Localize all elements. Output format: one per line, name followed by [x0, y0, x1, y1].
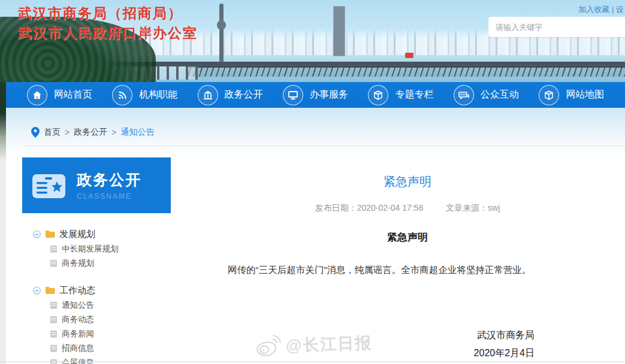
- sidebar-item-label: 招商信息: [62, 343, 94, 354]
- sidebar-item-label: 通知公告: [62, 300, 94, 311]
- sidebar-group-work-updates: 工作动态 通知公告 商务动态 商务新闻 招商信息: [33, 283, 171, 364]
- collapse-icon[interactable]: [33, 287, 41, 295]
- publish-date: 发布日期：2020-02-04 17:58: [315, 203, 424, 213]
- nav-item-home[interactable]: 网站首页: [27, 85, 92, 105]
- weibo-icon: [254, 333, 282, 360]
- folder-icon: [45, 286, 55, 295]
- sidebar-item-label: 商务动态: [62, 314, 94, 325]
- tv-tower: [219, 4, 224, 62]
- banner-photo: 武汉市商务局（招商局） 武汉市人民政府口岸办公室 加入收藏 | 设: [0, 0, 625, 82]
- breadcrumb: 首页 > 政务公开 > 通知公告: [31, 127, 154, 138]
- sidebar-header: 政务公开 CLASSNAME: [22, 157, 171, 213]
- main-nav: 网站首页 机构职能 政务公开: [6, 82, 625, 108]
- document-icon: [50, 316, 57, 323]
- search-input[interactable]: [488, 17, 625, 37]
- article-meta: 发布日期：2020-02-04 17:58 文章来源：swj: [204, 203, 611, 214]
- sidebar-item-label: 商务规划: [62, 258, 94, 269]
- site-title: 武汉市商务局（招商局） 武汉市人民政府口岸办公室: [18, 4, 198, 43]
- sidebar-item-label: 工作动态: [59, 285, 95, 296]
- breadcrumb-divider: [22, 145, 625, 146]
- search-box: [488, 17, 625, 37]
- nav-item-label: 网站首页: [54, 89, 92, 101]
- feed-icon: [112, 85, 132, 105]
- site-title-line2: 武汉市人民政府口岸办公室: [18, 23, 198, 43]
- nav-item-label: 机构职能: [139, 89, 177, 101]
- nav-item-functions[interactable]: 机构职能: [112, 85, 177, 105]
- banner-left-sliver: [0, 82, 6, 160]
- document-icon: [50, 245, 57, 253]
- nav-item-label: 办事服务: [310, 89, 348, 101]
- bridge-deck: [90, 62, 625, 66]
- boat: [405, 53, 413, 58]
- breadcrumb-separator: >: [65, 128, 70, 137]
- nav-item-interaction[interactable]: 公众互动: [454, 85, 519, 105]
- nav-item-label: 专题专栏: [395, 89, 433, 101]
- breadcrumb-gov-info[interactable]: 政务公开: [74, 127, 107, 138]
- page-left-edge: [0, 160, 6, 364]
- sidebar-group-planning: 发展规划 中长期发展规划 商务规划: [33, 226, 171, 271]
- monitor-icon: [283, 85, 303, 105]
- watermark-text: @长江日报: [285, 332, 372, 357]
- sidebar-item-label: 商务新闻: [62, 329, 94, 339]
- nav-item-label: 网站地图: [566, 89, 604, 101]
- building: [333, 6, 345, 56]
- sidebar-item-commerce-plan[interactable]: 商务规划: [33, 256, 171, 271]
- article-source: 文章来源：swj: [446, 203, 500, 213]
- document-icon: [50, 260, 57, 267]
- site-title-line1: 武汉市商务局（招商局）: [18, 4, 198, 23]
- top-links: 加入收藏 | 设: [578, 4, 624, 15]
- collapse-icon[interactable]: [33, 230, 41, 238]
- sidebar-item-label: 发展规划: [59, 229, 95, 240]
- sidebar-item-label: 会展信息: [62, 357, 94, 364]
- chat-icon: [454, 85, 474, 105]
- breadcrumb-separator: >: [111, 128, 116, 137]
- breadcrumb-current: 通知公告: [120, 127, 154, 138]
- add-favorite-link[interactable]: 加入收藏: [578, 5, 609, 14]
- document-icon: [50, 330, 57, 338]
- document-icon: [50, 302, 57, 309]
- sidebar-item-commerce-news[interactable]: 商务新闻: [33, 327, 171, 341]
- sidebar-item-commerce-updates[interactable]: 商务动态: [33, 313, 171, 327]
- tree-gap: [33, 271, 171, 278]
- nav-item-sitemap[interactable]: 网站地图: [539, 85, 604, 105]
- cube-icon: [368, 85, 388, 105]
- article-title: 紧急声明: [204, 174, 611, 190]
- folder-icon: [45, 230, 55, 238]
- sidebar-item-label: 中长期发展规划: [62, 244, 119, 254]
- nav-item-label: 政务公开: [225, 89, 263, 101]
- sidebar-tree: 发展规划 中长期发展规划 商务规划 工作动态: [22, 213, 171, 364]
- sidebar-item-notices[interactable]: 通知公告: [33, 298, 171, 313]
- sidebar-item-exhibition-info[interactable]: 会展信息: [33, 356, 171, 364]
- article-heading: 紧急声明: [204, 230, 611, 244]
- sidebar-item-development-planning[interactable]: 发展规划: [33, 226, 171, 242]
- bridge-truss: [186, 66, 625, 77]
- document-icon: [50, 345, 57, 352]
- links-divider: |: [612, 5, 614, 14]
- article: 紧急声明 发布日期：2020-02-04 17:58 文章来源：swj 紧急声明…: [204, 151, 611, 360]
- location-pin-icon: [31, 127, 40, 138]
- nav-item-services[interactable]: 办事服务: [283, 85, 348, 105]
- page: 武汉市商务局（招商局） 武汉市人民政府口岸办公室 加入收藏 | 设 网站首页: [0, 0, 625, 364]
- bank-icon: [198, 85, 218, 105]
- sidebar: 政务公开 CLASSNAME 发展规划 中长期发展规划: [22, 157, 171, 364]
- nav-item-special-topics[interactable]: 专题专栏: [368, 85, 433, 105]
- sidebar-item-investment-info[interactable]: 招商信息: [33, 341, 171, 356]
- sidebar-subtitle: CLASSNAME: [77, 192, 141, 201]
- home-icon: [27, 85, 47, 105]
- set-home-link[interactable]: 设: [616, 5, 624, 14]
- page-bottom-divider: [0, 362, 625, 362]
- sidebar-item-work-updates[interactable]: 工作动态: [33, 283, 171, 298]
- article-body: 网传的“三天后超市关门”消息，纯属谣言。全市商超企业将坚持正常营业。: [228, 262, 587, 278]
- cube-icon: [539, 85, 559, 105]
- id-card-icon: [32, 172, 66, 199]
- nav-item-label: 公众互动: [481, 89, 519, 101]
- sidebar-title: 政务公开: [77, 170, 141, 190]
- nav-item-gov-info[interactable]: 政务公开: [198, 85, 263, 105]
- watermark: @长江日报: [254, 330, 373, 360]
- breadcrumb-home[interactable]: 首页: [44, 127, 61, 138]
- sidebar-item-mid-long-term-plan[interactable]: 中长期发展规划: [33, 242, 171, 256]
